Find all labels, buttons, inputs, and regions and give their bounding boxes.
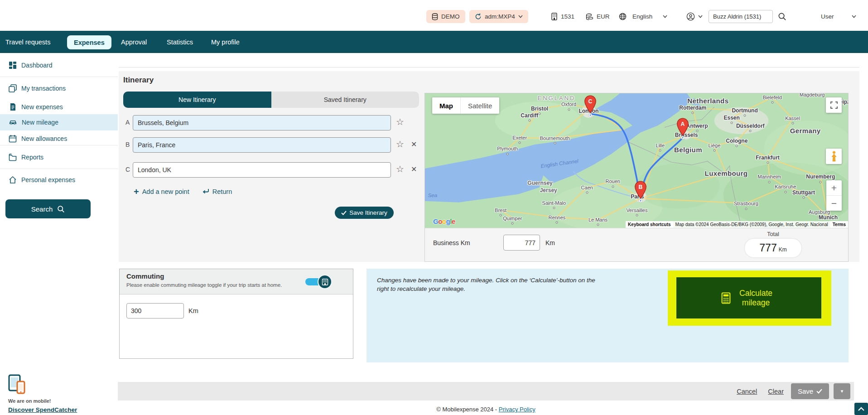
terms-link[interactable]: Terms [830,221,848,228]
map-canvas[interactable]: Map Satellite + − Google Keyboard shortc… [425,93,848,228]
total-km-pill: 777 Km [745,239,801,257]
favorite-star-icon[interactable]: ☆ [396,116,404,127]
check-icon [816,389,822,394]
keyboard-shortcuts-link[interactable]: Keyboard shortcuts [626,221,673,228]
nav-tab-expenses[interactable]: Expenses [67,35,111,49]
map-marker-a[interactable]: A [676,118,689,138]
map-label: Frankfurt [756,154,780,161]
user-search-input[interactable] [709,10,773,23]
point-a-input[interactable] [133,115,391,130]
map-label: Munich [819,214,838,221]
recalculate-panel: Changes have been made to your mileage. … [366,269,849,362]
sidebar-item-my-transactions[interactable]: My transactions [0,81,118,96]
save-button[interactable]: Save [791,383,829,399]
map-city-dot [597,223,599,226]
remove-point-icon[interactable]: ✕ [411,140,417,149]
point-c-input[interactable] [133,162,391,178]
tab-saved-itinerary[interactable]: Saved Itinerary [271,92,420,108]
return-button[interactable]: Return [202,188,232,195]
map-marker-c[interactable]: C [584,95,597,115]
sidebar-item-label: Personal expenses [21,176,75,183]
map-block: Map Satellite + − Google Keyboard shortc… [424,93,849,262]
favorite-star-icon[interactable]: ☆ [396,139,404,150]
map-label: Rennes [548,215,565,220]
clear-link[interactable]: Clear [768,388,784,395]
header-search[interactable] [778,10,786,23]
dashboard-icon [9,61,17,69]
itinerary-title: Itinerary [123,76,154,85]
nav-tab-my-profile[interactable]: My profile [211,31,240,53]
point-letter: B [125,141,130,148]
toggle-knob [318,275,332,289]
map-label: Quimper [503,216,522,221]
save-options-button[interactable]: ▾ [834,383,850,399]
car-icon [9,118,17,126]
map-city-dot [820,181,822,183]
map-label: Le Mans [588,217,608,222]
google-logo: Google [433,217,455,225]
language-selector[interactable]: English [619,10,667,23]
add-point-button[interactable]: + Add a new point [134,188,189,195]
map-type-map[interactable]: Map [432,97,460,114]
return-icon [202,188,209,195]
remove-point-icon[interactable]: ✕ [411,165,417,174]
pegman-control[interactable] [826,149,842,164]
calculate-mileage-button[interactable]: Calculate mileage [676,277,821,318]
spendcatcher-link[interactable]: Discover SpendCatcher [8,406,77,413]
favorite-star-icon[interactable]: ☆ [396,164,404,174]
demo-badge: DEMO [426,10,465,23]
map-label: Caen [581,185,593,190]
chevron-down-icon [518,15,523,18]
map-city-dot [539,113,541,115]
admin-switch[interactable]: adm:MXP4 [469,10,528,23]
point-b-input[interactable] [133,137,391,153]
sidebar-item-new-expenses[interactable]: New expenses [0,99,118,115]
mobile-devices-icon [8,374,27,394]
map-marker-b[interactable]: B [635,181,647,201]
cancel-link[interactable]: Cancel [737,388,757,395]
map-label: Bristol [531,106,548,112]
map-city-dot [745,208,747,210]
total-label: Total [745,231,801,237]
sidebar-item-personal-expenses[interactable]: Personal expenses [0,172,118,188]
map-city-dot [771,101,773,103]
nav-tab-travel-requests[interactable]: Travel requests [5,31,50,53]
commuting-km-input[interactable] [126,303,184,318]
nav-tab-approval[interactable]: Approval [121,31,147,53]
sidebar: Dashboard My transactions New expenses N… [0,53,118,415]
business-km-strip: Business Km Km Total 777 Km [425,228,848,261]
sidebar-item-label: New expenses [21,103,63,111]
tab-new-itinerary[interactable]: New Itinerary [123,92,271,108]
zoom-out-button[interactable]: − [826,196,842,211]
commuting-toggle[interactable] [305,275,338,289]
zoom-in-button[interactable]: + [826,180,842,196]
role-selector[interactable]: User [821,10,856,23]
sidebar-divider [0,169,118,169]
sidebar-item-reports[interactable]: Reports [0,150,118,165]
sidebar-item-new-allowances[interactable]: New allowances [0,131,118,146]
business-km-input[interactable] [503,235,540,251]
map-label: Liège [708,143,720,148]
map-city-dot [659,150,661,152]
point-letter: C [125,166,130,173]
office-building-icon [322,279,328,285]
calculate-mileage-label: Calculate mileage [735,289,777,308]
nav-tab-statistics[interactable]: Statistics [167,31,193,53]
sidebar-item-dashboard[interactable]: Dashboard [0,58,118,73]
map-type-control: Map Satellite [432,97,499,114]
map-label: Bournemouth [540,135,570,141]
chevron-up-icon [858,407,864,411]
scroll-top-button[interactable] [854,403,868,415]
plus-icon: + [134,188,139,195]
sidebar-item-new-mileage[interactable]: New mileage [0,114,118,130]
fullscreen-button[interactable] [826,97,842,113]
globe-icon [619,13,627,20]
sidebar-search-button[interactable]: Search [5,199,91,218]
save-itinerary-button[interactable]: Save Itinerary [335,207,394,219]
map-label: Cologne [726,138,747,144]
map-type-satellite[interactable]: Satellite [460,97,499,114]
impersonate-selector[interactable] [686,10,703,23]
privacy-policy-link[interactable]: Privacy Policy [499,406,535,413]
search-icon [57,205,65,213]
save-itinerary-label: Save Itinerary [349,209,387,216]
